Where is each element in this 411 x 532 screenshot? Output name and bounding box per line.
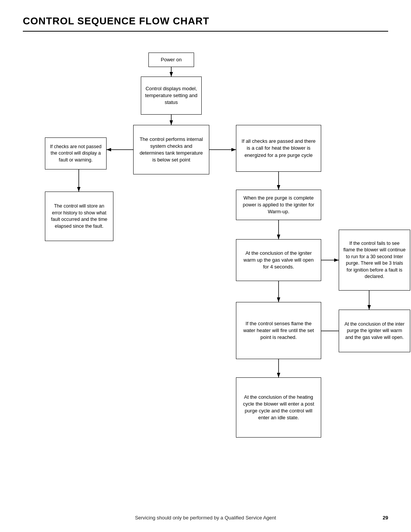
chart-area: Power on Control displays model, tempera… — [23, 43, 388, 492]
checks-failed-box: If checks are not passed the control wil… — [45, 137, 107, 169]
all-checks-passed-box: If all checks are passed and there is a … — [236, 125, 321, 172]
igniter-warmup-box: At the conclusion of the igniter warm up… — [236, 239, 321, 281]
page: CONTROL SEQUENCE FLOW CHART — [0, 0, 411, 532]
control-displays-box: Control displays model, temperature sett… — [141, 77, 202, 115]
pre-purge-complete-box: When the pre purge is complete power is … — [236, 190, 321, 220]
control-fails-flame-box: If the control fails to see flame the bl… — [339, 230, 410, 291]
footer-text: Servicing should only be performed by a … — [0, 515, 411, 521]
inter-purge-conclusion-box: At the conclusion of the inter purge the… — [339, 310, 410, 352]
arrows-svg — [23, 43, 388, 492]
page-number: 29 — [383, 515, 388, 521]
power-on-box: Power on — [148, 53, 194, 67]
senses-flame-box: If the control senses flame the water he… — [236, 302, 321, 359]
heating-conclusion-box: At the conclusion of the heating cycle t… — [236, 377, 321, 438]
store-error-box: The control will store an error history … — [45, 192, 113, 241]
page-title: CONTROL SEQUENCE FLOW CHART — [23, 15, 388, 32]
internal-checks-box: The control performs internal system che… — [133, 125, 209, 174]
